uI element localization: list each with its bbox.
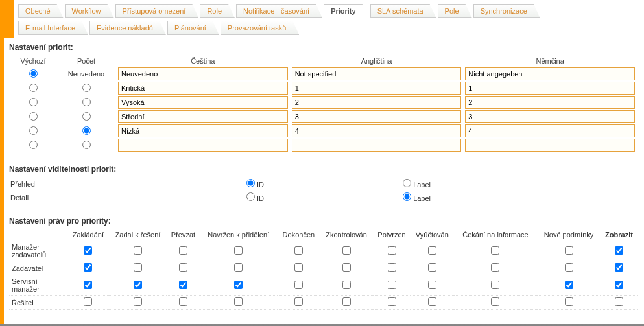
default-radio[interactable]	[29, 98, 38, 106]
rights-checkbox[interactable]	[84, 263, 92, 272]
priority-de-input[interactable]	[465, 96, 635, 109]
tab-pl-nov-n-[interactable]: Plánování	[167, 21, 219, 35]
tab-pole[interactable]: Pole	[438, 4, 472, 18]
priority-de-input[interactable]	[465, 124, 635, 137]
count-radio[interactable]	[82, 126, 91, 135]
tab-sla-sch-mata[interactable]: SLA schémata	[370, 4, 436, 18]
default-radio[interactable]	[29, 84, 38, 92]
priority-cs-input[interactable]	[118, 139, 288, 152]
rights-checkbox[interactable]	[565, 281, 573, 289]
col-header-count: Počet	[57, 56, 115, 66]
role-name: Manažer zadavatelů	[9, 241, 67, 261]
rights-checkbox[interactable]	[234, 246, 243, 255]
rights-checkbox[interactable]	[565, 297, 573, 306]
tab-notifikace-asov-n-[interactable]: Notifikace - časování	[236, 4, 322, 18]
visibility-table: Přehled ID Label Detail ID Label	[9, 176, 438, 205]
rights-checkbox[interactable]	[134, 246, 142, 255]
default-radio[interactable]	[29, 126, 38, 135]
rights-checkbox[interactable]	[565, 246, 573, 255]
rights-checkbox[interactable]	[491, 246, 499, 255]
tab-priority[interactable]: Priority	[324, 4, 369, 18]
rights-checkbox[interactable]	[388, 263, 396, 272]
rights-row: Servisní manažer	[9, 275, 638, 296]
rights-checkbox[interactable]	[342, 263, 351, 272]
rights-checkbox[interactable]	[342, 297, 351, 306]
rights-checkbox[interactable]	[342, 281, 351, 289]
rights-checkbox[interactable]	[491, 281, 499, 289]
overview-label-option[interactable]: Label	[403, 181, 431, 189]
tab-obecn-[interactable]: Obecné	[18, 4, 64, 18]
default-radio[interactable]	[29, 69, 38, 78]
rights-checkbox[interactable]	[84, 281, 92, 289]
priority-en-input[interactable]	[292, 110, 462, 123]
rights-checkbox[interactable]	[234, 263, 243, 272]
rights-checkbox[interactable]	[179, 281, 187, 289]
priority-cs-input[interactable]	[118, 124, 288, 137]
priority-cs-input[interactable]	[118, 96, 288, 109]
rights-checkbox[interactable]	[388, 297, 396, 306]
rights-checkbox[interactable]	[565, 263, 573, 272]
rights-checkbox[interactable]	[134, 263, 142, 272]
tab-e-mail-interface[interactable]: E-mail Interface	[18, 21, 88, 35]
count-radio[interactable]	[82, 112, 91, 121]
rights-checkbox[interactable]	[615, 246, 623, 255]
tab-evidence-n-klad-[interactable]: Evidence nákladů	[89, 21, 166, 35]
priority-de-input[interactable]	[465, 67, 635, 80]
rights-table: ZakládáníZadal k řešeníPřevzatNavržen k …	[9, 228, 638, 310]
rights-checkbox[interactable]	[294, 263, 303, 272]
rights-checkbox[interactable]	[615, 263, 623, 272]
rights-checkbox[interactable]	[294, 246, 303, 255]
count-radio[interactable]	[82, 84, 91, 92]
tabs-row-1: ObecnéWorkflowPřístupová omezeníRoleNoti…	[18, 4, 644, 18]
priority-cs-input[interactable]	[118, 67, 288, 80]
priority-de-input[interactable]	[465, 139, 635, 152]
rights-checkbox[interactable]	[294, 297, 303, 306]
rights-checkbox[interactable]	[428, 281, 436, 289]
count-radio[interactable]	[82, 98, 91, 106]
rights-checkbox[interactable]	[179, 297, 187, 306]
rights-checkbox[interactable]	[428, 246, 436, 255]
col-header-czech: Čeština	[117, 56, 289, 66]
rights-checkbox[interactable]	[134, 281, 142, 289]
rights-checkbox[interactable]	[388, 246, 396, 255]
priority-en-input[interactable]	[292, 82, 462, 95]
tab-workflow[interactable]: Workflow	[65, 4, 114, 18]
rights-checkbox[interactable]	[342, 246, 351, 255]
rights-checkbox[interactable]	[294, 281, 303, 289]
detail-label-option[interactable]: Label	[403, 194, 431, 202]
rights-checkbox[interactable]	[428, 297, 436, 306]
rights-checkbox[interactable]	[615, 297, 623, 306]
priority-de-input[interactable]	[465, 82, 635, 95]
rights-checkbox[interactable]	[179, 246, 187, 255]
tab-synchronizace[interactable]: Synchronizace	[473, 4, 540, 18]
rights-checkbox[interactable]	[134, 297, 142, 306]
rights-checkbox[interactable]	[615, 281, 623, 289]
tab-p-stupov-omezen-[interactable]: Přístupová omezení	[115, 4, 199, 18]
priority-cs-input[interactable]	[118, 110, 288, 123]
rights-checkbox[interactable]	[234, 297, 243, 306]
rights-checkbox[interactable]	[179, 263, 187, 272]
rights-checkbox[interactable]	[491, 263, 499, 272]
rights-row: Zadavatel	[9, 261, 638, 275]
rights-checkbox[interactable]	[234, 281, 243, 289]
visibility-row-detail-label: Detail	[10, 191, 62, 204]
priority-en-input[interactable]	[292, 124, 462, 137]
count-radio[interactable]	[82, 141, 91, 149]
tab-provazov-n-task-[interactable]: Provazování tasků	[221, 21, 300, 35]
priorities-table: Výchozí Počet Čeština Angličtina Němčina…	[9, 54, 638, 153]
priority-en-input[interactable]	[292, 139, 462, 152]
rights-checkbox[interactable]	[491, 297, 499, 306]
priority-en-input[interactable]	[292, 67, 462, 80]
priority-cs-input[interactable]	[118, 82, 288, 95]
default-radio[interactable]	[29, 141, 38, 149]
rights-checkbox[interactable]	[428, 263, 436, 272]
default-radio[interactable]	[29, 112, 38, 121]
rights-checkbox[interactable]	[84, 297, 92, 306]
tab-role[interactable]: Role	[200, 4, 235, 18]
priority-de-input[interactable]	[465, 110, 635, 123]
overview-id-option[interactable]: ID	[246, 181, 264, 189]
priority-en-input[interactable]	[292, 96, 462, 109]
rights-checkbox[interactable]	[84, 246, 92, 255]
detail-id-option[interactable]: ID	[246, 194, 264, 202]
rights-checkbox[interactable]	[388, 281, 396, 289]
